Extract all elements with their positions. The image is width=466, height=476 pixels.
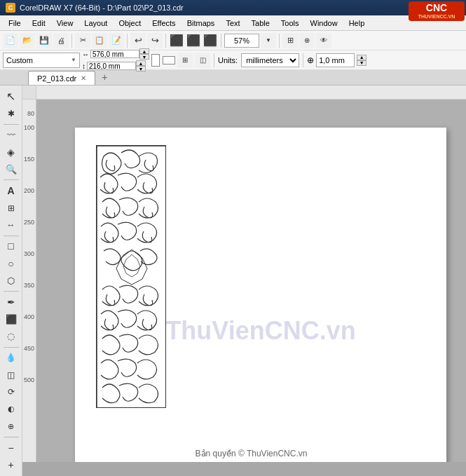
copy-button[interactable]: 📋 [92, 33, 107, 48]
polygon-btn[interactable]: ⬡ [2, 273, 20, 290]
print-button[interactable]: 🖨 [53, 33, 69, 48]
publish-button[interactable]: ⬛ [203, 33, 218, 48]
nudge-up-btn[interactable]: ▲ [357, 55, 366, 60]
app-icon: C [6, 3, 15, 13]
cnc-logo-main: CNC [418, 3, 455, 13]
menu-help[interactable]: Help [343, 15, 371, 30]
zoom-dropdown-btn[interactable]: ▼ [261, 33, 276, 48]
menu-bar: File Edit View Layout Object Effects Bit… [0, 15, 466, 31]
lt-sep3 [4, 236, 19, 236]
menu-window[interactable]: Window [305, 15, 343, 30]
width-input[interactable] [90, 50, 139, 58]
menu-tools[interactable]: Tools [275, 15, 305, 30]
width-down-btn[interactable]: ▼ [139, 54, 149, 60]
ellipse-btn[interactable]: ○ [2, 255, 20, 272]
sep1 [71, 34, 72, 48]
snap-btn[interactable]: ⊕ [299, 33, 315, 48]
tab-label: P2_013.cdr [37, 74, 76, 83]
export-button[interactable]: ⬛ [186, 33, 201, 48]
document-tab[interactable]: P2_013.cdr ✕ [28, 71, 95, 85]
toolbar-document: Custom ▼ ↔ ▲ ▼ ↕ ▲ ▼ ⊞ ◫ Units: [0, 50, 466, 70]
page-extra-btn1[interactable]: ⊞ [177, 53, 193, 68]
portrait-btn[interactable] [151, 54, 160, 67]
zoom-input[interactable] [224, 34, 259, 48]
left-toolbar: ↖ ✱ 〰 ◈ 🔍 A ⊞ ↔ □ ○ ⬡ ✒ ⬛ ◌ 💧 ◫ ⟳ ◐ ⊕ − … [0, 86, 22, 476]
redo-button[interactable]: ↪ [147, 33, 163, 48]
minus-btn[interactable]: − [2, 440, 20, 456]
new-tab-btn[interactable]: + [98, 71, 111, 83]
ruler-corner [22, 86, 36, 100]
dimensions-box: ↔ ▲ ▼ ↕ ▲ ▼ [82, 48, 149, 72]
shape-btn[interactable]: ◈ [2, 144, 20, 161]
menu-bitmaps[interactable]: Bitmaps [181, 15, 221, 30]
tab-close-btn[interactable]: ✕ [81, 74, 86, 82]
smart-draw-btn[interactable]: 〰 [2, 127, 20, 144]
panel-svg [97, 146, 166, 408]
pen-btn[interactable]: ✒ [2, 294, 20, 311]
sep5 [279, 34, 280, 48]
menu-file[interactable]: File [3, 15, 27, 30]
shadow-btn[interactable]: ◐ [2, 401, 20, 418]
transform-btn[interactable]: ⟳ [2, 383, 20, 400]
open-button[interactable]: 📂 [20, 33, 35, 48]
rect-btn[interactable]: □ [2, 238, 20, 255]
dimensions-btn[interactable]: ↔ [2, 217, 20, 233]
drawing-canvas: ThuVienCNC.vn [36, 100, 466, 462]
page-size-dropdown[interactable]: Custom ▼ [3, 53, 80, 68]
height-down-btn[interactable]: ▼ [136, 66, 146, 72]
blend-btn[interactable]: ◫ [2, 367, 20, 383]
eyedropper-btn[interactable]: 💧 [2, 349, 20, 366]
view-options-btn[interactable]: ⊞ [282, 33, 298, 48]
pointer-tool-btn[interactable]: ↖ [2, 88, 20, 105]
freehand-tool-btn[interactable]: ✱ [2, 106, 20, 123]
new-button[interactable]: 📄 [3, 33, 18, 48]
width-arrows: ▲ ▼ [139, 48, 149, 60]
fill-btn[interactable]: ⬛ [2, 311, 20, 328]
cut-button[interactable]: ✂ [75, 33, 90, 48]
save-button[interactable]: 💾 [36, 33, 52, 48]
canvas-area: 0 50 100 150 200 250 80 100 150 200 250 … [22, 86, 466, 476]
text-btn[interactable]: A [2, 182, 20, 199]
menu-edit[interactable]: Edit [27, 15, 51, 30]
menu-object[interactable]: Object [113, 15, 146, 30]
paste-button[interactable]: 📝 [109, 33, 124, 48]
ruler-left-tick-300: 300 [24, 250, 34, 257]
color-proof-btn[interactable]: 👁 [316, 33, 331, 48]
height-arrows: ▲ ▼ [136, 60, 146, 72]
nudge-down-btn[interactable]: ▼ [357, 60, 366, 66]
menu-table[interactable]: Table [246, 15, 275, 30]
nudge-input[interactable] [316, 53, 355, 67]
menu-text[interactable]: Text [220, 15, 245, 30]
copyright-text: Bản quyền © ThuVienCNC.vn [36, 449, 466, 458]
table-btn[interactable]: ⊞ [2, 200, 20, 217]
sep4 [221, 34, 221, 48]
toolbar-standard: 📄 📂 💾 🖨 ✂ 📋 📝 ↩ ↪ ⬛ ⬛ ⬛ ▼ ⊞ ⊕ 👁 [0, 31, 466, 50]
title-bar: C CorelDRAW X7 (64-Bit) - D:\Part 02\P2_… [0, 0, 466, 15]
height-icon: ↕ [82, 62, 85, 70]
width-icon: ↔ [82, 50, 89, 58]
height-row: ↕ ▲ ▼ [82, 60, 149, 72]
menu-layout[interactable]: Layout [78, 15, 113, 30]
import-button[interactable]: ⬛ [169, 33, 184, 48]
undo-button[interactable]: ↩ [130, 33, 146, 48]
stroke-btn[interactable]: ◌ [2, 328, 20, 345]
plus-btn[interactable]: + [2, 456, 20, 473]
page-extra-btn2[interactable]: ◫ [195, 53, 210, 68]
sep6 [214, 53, 214, 67]
sep3 [165, 34, 166, 48]
height-input[interactable] [87, 62, 136, 70]
cnc-logo-sub: THUVIENCC.VN [418, 14, 455, 20]
ruler-left-tick-500: 500 [24, 376, 34, 383]
nudge-arrows: ▲ ▼ [357, 55, 366, 66]
width-up-btn[interactable]: ▲ [139, 48, 149, 54]
interactive-btn[interactable]: ⊕ [2, 418, 20, 435]
landscape-btn[interactable] [163, 56, 175, 64]
dropdown-arrow-icon: ▼ [71, 57, 76, 63]
height-up-btn[interactable]: ▲ [136, 60, 146, 66]
menu-view[interactable]: View [51, 15, 79, 30]
menu-effects[interactable]: Effects [146, 15, 181, 30]
units-select[interactable]: millimeters inches centimeters [241, 53, 299, 67]
watermark: ThuVienCNC.vn [165, 316, 355, 346]
lt-sep5 [4, 347, 19, 348]
zoom-btn[interactable]: 🔍 [2, 161, 20, 178]
